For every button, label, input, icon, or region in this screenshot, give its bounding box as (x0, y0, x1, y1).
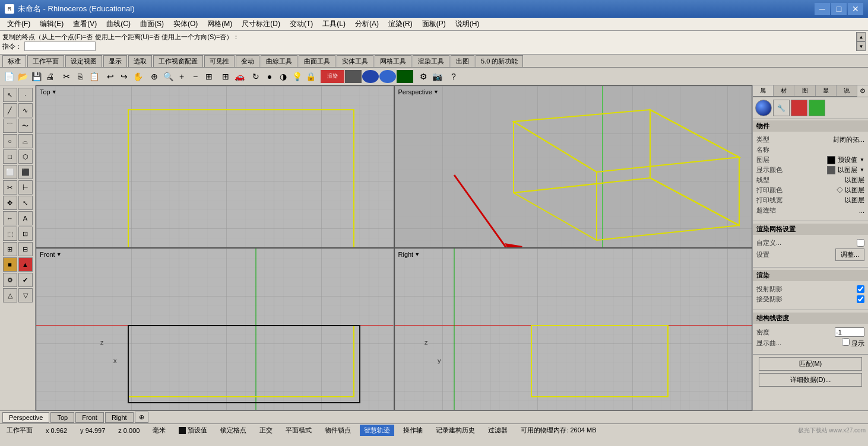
rp-tab-4[interactable]: 说 (837, 85, 857, 96)
statusbar-osnap[interactable]: 物件锁点 (321, 425, 355, 436)
mesh-tool[interactable]: ⬚ (3, 227, 17, 241)
last-tool1[interactable]: △ (3, 288, 17, 302)
statusbar-planar[interactable]: 平面模式 (281, 425, 316, 436)
rotate-icon[interactable]: ↻ (249, 70, 262, 83)
select2-tool[interactable]: · (18, 88, 33, 102)
statusbar-gumball[interactable]: 操作轴 (399, 425, 427, 436)
menu-item-H[interactable]: 说明(H) (451, 18, 484, 30)
new-icon[interactable]: 📄 (2, 70, 15, 83)
menu-item-P[interactable]: 面板(P) (417, 18, 451, 30)
zoom-window-icon[interactable]: 🔍 (161, 70, 175, 83)
cmd-scroll-down[interactable]: ▼ (857, 42, 866, 51)
extra-tool2[interactable]: ✔ (18, 273, 33, 287)
rp-tab-3[interactable]: 显 (816, 85, 837, 96)
curve2-tool[interactable]: ⌒ (3, 119, 17, 133)
bottom-tab-front[interactable]: Front (75, 412, 104, 423)
viewport-right[interactable]: Right ▼ (394, 248, 753, 410)
toolbar-tab-3[interactable]: 显示 (103, 55, 127, 67)
statusbar-smarttrack[interactable]: 智慧轨迹 (360, 425, 394, 436)
menu-item-O[interactable]: 实体(O) (169, 18, 202, 30)
color-btn-green[interactable] (809, 100, 825, 116)
rp-tab-0[interactable]: 属 (753, 85, 774, 96)
pan-icon[interactable]: ✋ (131, 70, 144, 83)
light-icon[interactable]: 💡 (290, 70, 303, 83)
mesh2-tool[interactable]: ⊡ (18, 227, 33, 241)
toolbar-tab-9[interactable]: 曲面工具 (299, 55, 335, 67)
save-icon[interactable]: 💾 (30, 70, 43, 83)
material-icon[interactable]: ◑ (277, 70, 290, 83)
render5-icon[interactable] (397, 70, 413, 83)
rp-castshadow-checkbox[interactable] (857, 285, 864, 293)
command-input[interactable] (24, 42, 96, 51)
render2-tool[interactable]: ▲ (18, 257, 33, 272)
toolbar-tab-12[interactable]: 渲染工具 (413, 55, 449, 67)
menu-item-T[interactable]: 变动(T) (285, 18, 318, 30)
zoom-in-icon[interactable]: + (175, 70, 188, 83)
toolbar-tab-2[interactable]: 设定视图 (65, 55, 102, 67)
circle-tool[interactable]: ○ (3, 134, 17, 148)
text-tool[interactable]: A (18, 211, 33, 225)
toolbar-tab-5[interactable]: 工作视窗配置 (153, 55, 203, 67)
last-tool2[interactable]: ▽ (18, 288, 33, 302)
rp-showcurve-checkbox[interactable] (842, 338, 850, 346)
menu-item-M[interactable]: 网格(M) (202, 18, 237, 30)
statusbar-history[interactable]: 记录建构历史 (432, 425, 479, 436)
viewport-front[interactable]: Front ▼ (36, 248, 394, 410)
close-button[interactable]: ✕ (848, 3, 863, 15)
display-color-dropdown-arrow[interactable]: ▼ (860, 167, 864, 173)
color-btn-sphere[interactable] (755, 100, 772, 116)
extend-tool[interactable]: ⊢ (18, 180, 33, 195)
menu-item-R[interactable]: 渲染(R) (384, 18, 417, 30)
trim-tool[interactable]: ✂ (3, 180, 17, 195)
print-icon[interactable]: 🖨 (43, 70, 56, 83)
toolbar-tab-4[interactable]: 选取 (128, 55, 152, 67)
lock-icon[interactable]: 🔒 (304, 70, 317, 83)
extra-icon1[interactable]: ⚙ (417, 70, 430, 83)
snap-grid-tool[interactable]: ⊞ (3, 242, 17, 256)
toolbar-tab-14[interactable]: 5.0 的新功能 (476, 55, 523, 67)
menu-item-E[interactable]: 编辑(E) (35, 18, 68, 30)
toolbar-tab-0[interactable]: 标准 (2, 55, 26, 67)
menu-item-F[interactable]: 文件(F) (2, 18, 35, 30)
color-btn-edit[interactable]: 🔧 (773, 100, 790, 116)
open-icon[interactable]: 📂 (16, 70, 29, 83)
statusbar-ortho[interactable]: 正交 (255, 425, 277, 436)
toolbar-tab-7[interactable]: 变动 (236, 55, 259, 67)
toolbar-tab-6[interactable]: 可见性 (204, 55, 235, 67)
surface-tool[interactable]: ⬜ (3, 165, 17, 179)
statusbar-filter[interactable]: 过滤器 (484, 425, 512, 436)
snap2-tool[interactable]: ⊟ (18, 242, 33, 256)
curve-tool[interactable]: ∿ (18, 103, 33, 117)
render-tool[interactable]: ■ (3, 257, 17, 272)
zoom-out-icon[interactable]: − (189, 70, 202, 83)
rp-settings-icon[interactable]: ⚙ (857, 86, 868, 96)
zoom-all-icon[interactable]: ⊞ (202, 70, 216, 83)
arc-tool[interactable]: ⌓ (18, 134, 33, 148)
line-tool[interactable]: ╱ (3, 103, 17, 117)
render3-icon[interactable] (362, 70, 379, 83)
rect-tool[interactable]: □ (3, 149, 17, 164)
help-icon[interactable]: ? (447, 70, 460, 83)
rp-detail-button[interactable]: 详细数据(D)... (759, 373, 863, 387)
layer-dropdown-arrow[interactable]: ▼ (860, 157, 864, 163)
toolbar-tab-1[interactable]: 工作平面 (27, 55, 64, 67)
render4-icon[interactable] (379, 70, 396, 83)
minimize-button[interactable]: ─ (815, 3, 830, 15)
redo-icon[interactable]: ↪ (118, 70, 131, 83)
rp-adjust-button[interactable]: 调整... (835, 249, 864, 261)
sphere-icon[interactable]: ● (263, 70, 276, 83)
maximize-button[interactable]: □ (831, 3, 847, 15)
titlebar-controls[interactable]: ─ □ ✕ (815, 3, 863, 15)
rp-match-button[interactable]: 匹配(M) (759, 357, 863, 371)
scale-tool[interactable]: ⤡ (18, 196, 33, 210)
bottom-tab-add[interactable]: ⊕ (135, 412, 148, 423)
render2-icon[interactable] (345, 70, 362, 83)
menu-item-D[interactable]: 尺寸标注(D) (237, 18, 285, 30)
rp-density-input[interactable] (835, 327, 864, 337)
menu-item-C[interactable]: 曲线(C) (102, 18, 135, 30)
cmd-scroll-up[interactable]: ▲ (857, 32, 866, 42)
statusbar-lockgrid[interactable]: 锁定格点 (216, 425, 251, 436)
solid-tool[interactable]: ⬛ (18, 165, 33, 179)
menu-item-A[interactable]: 分析(A) (350, 18, 384, 30)
camera-icon[interactable]: 📷 (430, 70, 443, 83)
